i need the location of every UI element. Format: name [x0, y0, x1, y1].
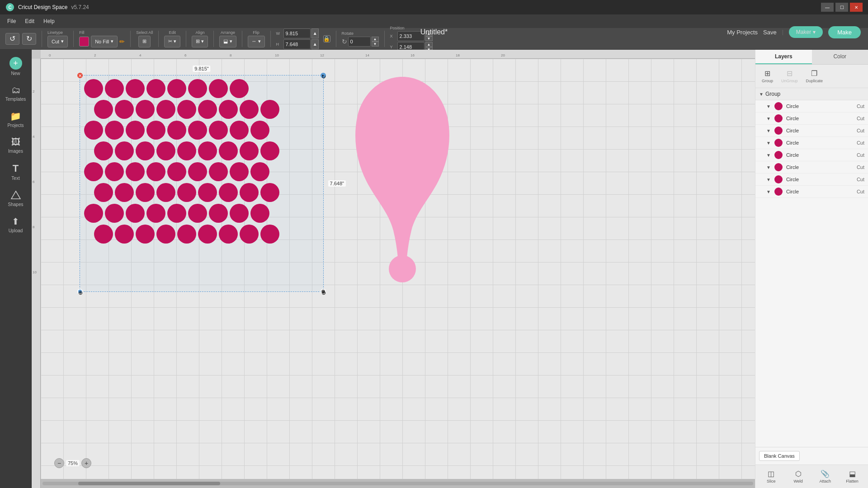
- group-button[interactable]: ⊞ Group: [759, 67, 776, 85]
- layer-item[interactable]: ▼ Circle Cut: [755, 113, 868, 125]
- linetype-dropdown[interactable]: Cut ▾: [47, 36, 68, 47]
- align-button[interactable]: ⊞ ▾: [192, 36, 208, 47]
- circle[interactable]: [177, 100, 196, 119]
- circle[interactable]: [209, 121, 228, 140]
- flip-button[interactable]: ↔ ▾: [248, 36, 265, 47]
- menu-file[interactable]: File: [7, 18, 16, 24]
- layer-item[interactable]: ▼ Circle Cut: [755, 149, 868, 161]
- weld-button[interactable]: ⬡ Weld: [786, 468, 811, 485]
- circle[interactable]: [209, 204, 228, 223]
- undo-button[interactable]: ↺: [5, 33, 19, 45]
- circle[interactable]: [84, 204, 103, 223]
- sidebar-item-new[interactable]: + New: [1, 53, 30, 80]
- circle[interactable]: [230, 121, 249, 140]
- edit-button[interactable]: ✂ ▾: [164, 36, 180, 47]
- circle[interactable]: [240, 183, 259, 202]
- circle[interactable]: [94, 141, 113, 160]
- circle[interactable]: [167, 79, 186, 98]
- sidebar-item-projects[interactable]: 📁 Projects: [1, 107, 30, 131]
- tab-color[interactable]: Color: [812, 50, 868, 64]
- circle[interactable]: [209, 79, 228, 98]
- layer-item[interactable]: ▼ Circle Cut: [755, 100, 868, 113]
- maximize-button[interactable]: ☐: [835, 3, 848, 12]
- rotate-down[interactable]: ▼: [372, 42, 379, 47]
- circle[interactable]: [240, 100, 259, 119]
- circle[interactable]: [126, 121, 145, 140]
- circle[interactable]: [84, 162, 103, 181]
- arrange-button[interactable]: ⬓ ▾: [219, 36, 236, 47]
- circle[interactable]: [115, 183, 134, 202]
- make-button[interactable]: Make: [828, 26, 861, 38]
- rotate-up[interactable]: ▲: [372, 37, 379, 42]
- circle[interactable]: [230, 204, 249, 223]
- duplicate-button[interactable]: ❐ Duplicate: [803, 67, 826, 85]
- zoom-out-button[interactable]: −: [54, 458, 64, 468]
- circle[interactable]: [219, 141, 238, 160]
- fill-dropdown[interactable]: No Fill ▾: [91, 36, 118, 47]
- circle[interactable]: [84, 79, 103, 98]
- circle[interactable]: [115, 100, 134, 119]
- circle[interactable]: [188, 204, 207, 223]
- save-button[interactable]: Save: [763, 29, 777, 36]
- circle[interactable]: [240, 225, 259, 244]
- circle[interactable]: [219, 183, 238, 202]
- minimize-button[interactable]: —: [821, 3, 834, 12]
- circle[interactable]: [260, 141, 279, 160]
- layer-item[interactable]: ▼ Circle Cut: [755, 161, 868, 174]
- circle[interactable]: [198, 100, 217, 119]
- circle[interactable]: [94, 225, 113, 244]
- circle[interactable]: [156, 225, 175, 244]
- fill-color-swatch[interactable]: [79, 37, 89, 47]
- circle[interactable]: [115, 225, 134, 244]
- rotate-handle[interactable]: ↻: [321, 73, 326, 78]
- circle[interactable]: [250, 204, 269, 223]
- size-w-up[interactable]: ▲: [311, 28, 319, 38]
- circle[interactable]: [250, 162, 269, 181]
- resize-handle-br[interactable]: ⊕: [321, 289, 326, 294]
- hscroll-thumb[interactable]: [78, 482, 220, 485]
- zoom-in-button[interactable]: +: [81, 458, 91, 468]
- circle[interactable]: [260, 100, 279, 119]
- sidebar-item-shapes[interactable]: Shapes: [1, 186, 30, 211]
- lock-aspect-ratio-button[interactable]: 🔒: [323, 35, 330, 42]
- slice-button[interactable]: ◫ Slice: [759, 468, 783, 485]
- blank-canvas-button[interactable]: Blank Canvas: [759, 451, 800, 461]
- redo-button[interactable]: ↻: [22, 33, 36, 45]
- circle[interactable]: [230, 162, 249, 181]
- circle[interactable]: [188, 121, 207, 140]
- group-header[interactable]: ▼ Group: [755, 88, 868, 100]
- flatten-button[interactable]: ⬓ Flatten: [840, 468, 864, 485]
- maker-dropdown-button[interactable]: Maker ▾: [789, 26, 823, 38]
- sidebar-item-upload[interactable]: ⬆ Upload: [1, 212, 30, 237]
- sidebar-item-images[interactable]: 🖼 Images: [1, 133, 30, 157]
- delete-handle[interactable]: ✕: [77, 73, 83, 78]
- resize-handle-bl[interactable]: ⊕: [77, 289, 83, 294]
- circle[interactable]: [105, 204, 124, 223]
- sidebar-item-templates[interactable]: 🗂 Templates: [1, 81, 30, 105]
- layer-item[interactable]: ▼ Circle Cut: [755, 174, 868, 186]
- circle[interactable]: [136, 100, 155, 119]
- canvas-area[interactable]: 0 2 4 6 8 10 12 14 16 18 20 2 4 6 8 10: [32, 50, 755, 488]
- layer-item[interactable]: ▼ Circle Cut: [755, 125, 868, 137]
- attach-button[interactable]: 📎 Attach: [813, 468, 838, 485]
- layer-item[interactable]: ▼ Circle Cut: [755, 186, 868, 198]
- menu-edit[interactable]: Edit: [25, 18, 34, 24]
- circle[interactable]: [156, 141, 175, 160]
- ungroup-button[interactable]: ⊟ UnGroup: [778, 67, 801, 85]
- rotate-input[interactable]: [348, 37, 371, 47]
- circle[interactable]: [146, 121, 165, 140]
- edit-pen-icon[interactable]: ✏: [119, 38, 125, 45]
- tab-layers[interactable]: Layers: [755, 50, 812, 64]
- circle[interactable]: [188, 162, 207, 181]
- circle[interactable]: [230, 79, 249, 98]
- circle[interactable]: [188, 79, 207, 98]
- circle[interactable]: [146, 204, 165, 223]
- circle[interactable]: [136, 225, 155, 244]
- circle[interactable]: [240, 141, 259, 160]
- circle[interactable]: [136, 141, 155, 160]
- circle[interactable]: [94, 183, 113, 202]
- circle[interactable]: [105, 121, 124, 140]
- circle[interactable]: [260, 183, 279, 202]
- circle[interactable]: [209, 162, 228, 181]
- circle[interactable]: [94, 100, 113, 119]
